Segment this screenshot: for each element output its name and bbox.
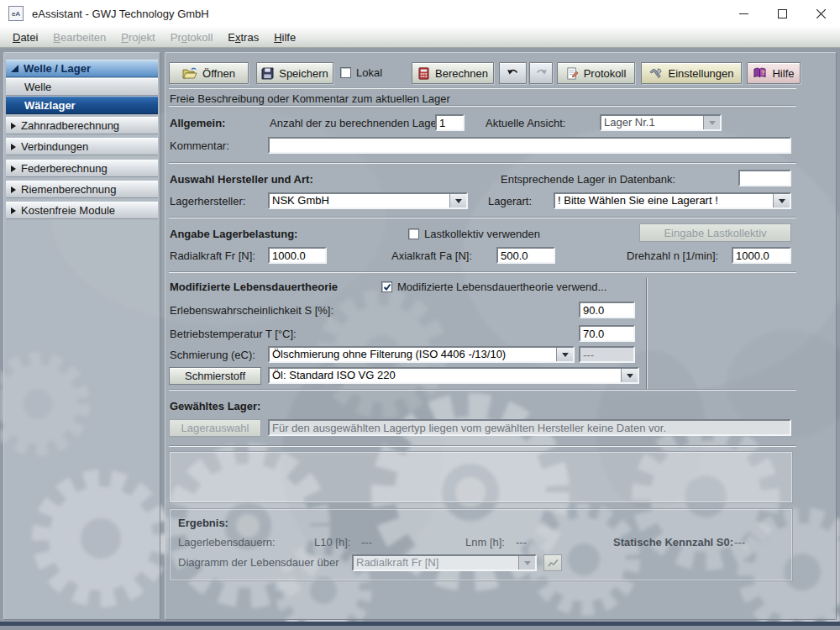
diagramm-dropdown[interactable]: Radialkraft Fr [N]	[352, 554, 537, 571]
dropdown-arrow-button[interactable]	[449, 194, 466, 207]
eingabe-lastkollektiv-button[interactable]: Eingabe Lastkollektiv	[639, 223, 791, 242]
lagerhersteller-label: Lagerhersteller:	[170, 193, 245, 210]
schmierstoff-button[interactable]: Schmierstoff	[169, 367, 261, 385]
sidebar-item-welle[interactable]: Welle	[6, 78, 158, 96]
chevron-down-icon	[709, 121, 716, 125]
erlebens-input[interactable]	[579, 302, 635, 318]
chevron-down-icon	[627, 374, 633, 378]
menu-item-extras[interactable]: Extras	[220, 29, 266, 45]
ansicht-dropdown[interactable]: Lager Nr.1	[600, 114, 722, 131]
radialkraft-input[interactable]	[268, 247, 327, 264]
dropdown-arrow-button[interactable]	[621, 369, 638, 382]
lastkollektiv-checkbox[interactable]	[408, 228, 419, 239]
drehzahl-label: Drehzahl n [1/min]:	[627, 248, 718, 265]
lagerhersteller-dropdown[interactable]: NSK GmbH	[268, 192, 468, 209]
dropdown-arrow-button[interactable]	[556, 348, 573, 361]
bearing-preview-panel	[169, 451, 793, 503]
chevron-down-icon	[779, 199, 785, 203]
temperatur-input[interactable]	[579, 325, 635, 342]
close-icon	[816, 9, 826, 18]
dropdown-arrow-button[interactable]	[773, 194, 790, 207]
separator	[169, 445, 796, 447]
minimize-icon	[739, 9, 748, 18]
line-chart-icon	[548, 559, 559, 568]
svg-text:?: ?	[761, 69, 765, 76]
dropdown-arrow-button[interactable]	[518, 556, 535, 570]
undo-arrow-icon	[507, 68, 519, 78]
drehzahl-input[interactable]	[732, 247, 791, 264]
protocol-button[interactable]: Protokoll	[557, 62, 635, 84]
kommentar-input[interactable]	[268, 137, 791, 154]
open-button[interactable]: Öffnen	[169, 62, 249, 84]
sidebar-item-waelzlager[interactable]: Wälzlager	[6, 97, 158, 114]
schmierung-dropdown[interactable]: Ölschmierung ohne Filterung (ISO 4406 -/…	[268, 346, 575, 363]
main-panel: Öffnen Speichern Lokal Berechnen	[165, 52, 837, 620]
sidebar-item-verbindungen[interactable]: Verbindungen	[6, 138, 158, 155]
lebensdauern-label: Lagerlebensdauern:	[178, 534, 276, 551]
show-diagram-button[interactable]	[543, 554, 562, 571]
calculator-icon	[417, 67, 430, 80]
folder-open-icon	[182, 67, 197, 80]
settings-button[interactable]: Einstellungen	[641, 62, 742, 84]
calculate-button[interactable]: Berechnen	[412, 62, 494, 84]
undo-button[interactable]	[499, 62, 527, 84]
section-title-ergebnis: Ergebnis:	[178, 515, 228, 532]
schmierstoff-dropdown[interactable]: Öl: Standard ISO VG 220	[268, 367, 639, 384]
help-button[interactable]: ? Hilfe	[747, 62, 801, 84]
diagramm-label: Diagramm der Lebensdauer über	[178, 554, 339, 571]
collapsed-icon	[11, 123, 16, 129]
minimize-button[interactable]	[724, 0, 763, 27]
kommentar-label: Kommentar:	[170, 138, 229, 155]
chevron-down-icon	[524, 561, 531, 565]
separator	[169, 217, 796, 218]
lagerauswahl-button[interactable]: Lagerauswahl	[169, 419, 261, 437]
save-button[interactable]: Speichern	[256, 62, 333, 84]
anzahl-input[interactable]	[435, 114, 465, 131]
window-bottom-edge	[0, 622, 840, 626]
collapsed-icon	[11, 165, 16, 172]
collapsed-icon	[11, 144, 16, 150]
axialkraft-label: Axialkraft Fa [N]:	[391, 248, 472, 265]
schmierung-extra-field	[579, 346, 635, 363]
lokal-checkbox[interactable]	[340, 67, 351, 78]
sidebar-item-zahnradberechnung[interactable]: Zahnradberechnung	[6, 117, 158, 134]
chevron-down-icon	[455, 199, 462, 203]
statische-kennzahl-value: ---	[734, 534, 745, 551]
ansicht-label: Aktuelle Ansicht:	[486, 115, 565, 132]
lagerart-dropdown[interactable]: ! Bitte Wählen Sie eine Lagerart !	[554, 192, 791, 209]
sidebar-item-riemenberechnung[interactable]: Riemenberechnung	[6, 181, 158, 198]
application-window: { "window": { "title": "eAssistant - GWJ…	[0, 0, 840, 630]
dropdown-arrow-button[interactable]	[703, 116, 720, 129]
redo-button[interactable]	[529, 62, 553, 84]
sidebar-item-kostenfreie-module[interactable]: Kostenfreie Module	[6, 202, 158, 219]
book-question-icon: ?	[753, 67, 767, 79]
lager-info-field	[268, 419, 791, 436]
menu-item-protokoll[interactable]: Protokoll	[163, 29, 221, 45]
collapsed-icon	[11, 186, 16, 193]
axialkraft-input[interactable]	[496, 247, 555, 264]
lebensdauer-checkbox[interactable]	[381, 281, 392, 292]
datenbank-label: Entsprechende Lager in Datenbank:	[501, 171, 675, 188]
maximize-button[interactable]	[763, 0, 801, 27]
separator	[169, 271, 796, 273]
vertical-separator	[646, 278, 648, 389]
menu-item-datei[interactable]: Datei	[5, 29, 45, 45]
menu-item-hilfe[interactable]: Hilfe	[266, 29, 303, 45]
chevron-down-icon	[562, 353, 569, 357]
collapsed-icon	[11, 207, 16, 214]
menu-item-projekt[interactable]: Projekt	[113, 29, 162, 45]
sidebar: Welle / Lager Welle Wälzlager Zahnradber…	[3, 52, 160, 620]
checkmark-icon	[383, 283, 391, 291]
lebensdauer-checkbox-label: Modifizierte Lebensdauertheorie verwend.…	[397, 279, 606, 296]
l10-label: L10 [h]:	[314, 534, 350, 551]
menu-item-bearbeiten[interactable]: Bearbeiten	[45, 29, 113, 45]
sidebar-item-welle-lager[interactable]: Welle / Lager	[6, 60, 158, 77]
menu-bar: Datei Bearbeiten Projekt Protokoll Extra…	[0, 27, 840, 48]
redo-arrow-icon	[535, 68, 548, 78]
separator	[169, 162, 796, 164]
tools-icon	[648, 67, 663, 80]
datenbank-count-field	[738, 170, 791, 186]
close-button[interactable]	[801, 0, 840, 27]
lokal-checkbox-label: Lokal	[356, 65, 382, 81]
sidebar-item-federberechnung[interactable]: Federberechnung	[6, 160, 158, 177]
